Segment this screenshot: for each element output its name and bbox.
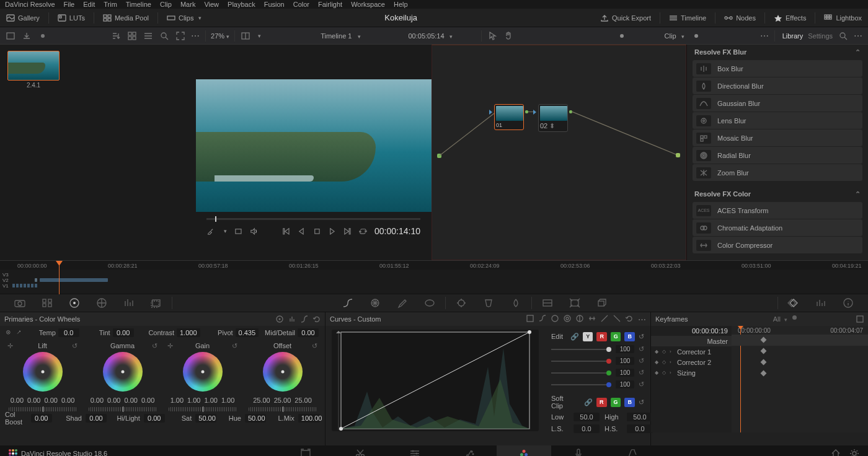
menu-fairlight[interactable]: Fairlight: [318, 1, 342, 8]
keyframes-master-row[interactable]: Master: [651, 336, 732, 346]
fx-lens-blur[interactable]: Lens Blur: [693, 112, 862, 129]
middetail-value[interactable]: 0.00: [298, 328, 319, 337]
contrast-value[interactable]: 1.000: [177, 328, 200, 337]
keyframes-dot-icon[interactable]: [792, 315, 797, 320]
keyframes-timeline[interactable]: 00:00:00:00 00:00:04:07: [732, 326, 868, 432]
step-back-icon[interactable]: [298, 227, 306, 236]
mediapool-toggle[interactable]: Media Pool: [103, 13, 149, 23]
menu-clip[interactable]: Clip: [160, 1, 172, 8]
menu-file[interactable]: File: [64, 1, 75, 8]
curves-mode-1-icon[interactable]: [526, 315, 534, 322]
options-icon[interactable]: ⋯: [191, 31, 200, 41]
stop-icon[interactable]: [313, 227, 321, 236]
keyframes-timecode[interactable]: 00:00:00:19: [651, 326, 732, 336]
lift-wheel[interactable]: [23, 352, 63, 392]
picker-black-icon[interactable]: [17, 328, 21, 337]
fusion-page-button[interactable]: [442, 445, 497, 456]
window-icon[interactable]: [416, 295, 443, 311]
intensity-b-value[interactable]: 100: [616, 380, 634, 388]
image-wipe-icon[interactable]: [240, 30, 251, 42]
still-thumbnail[interactable]: 2.4.1: [7, 51, 60, 89]
node-02[interactable]: 02 ⬍: [538, 104, 568, 132]
channel-b-button[interactable]: B: [624, 332, 635, 341]
keyframes-filter[interactable]: All ▾: [773, 315, 787, 323]
color-page-button[interactable]: [497, 445, 551, 456]
fx-directional-blur[interactable]: Directional Blur: [693, 77, 862, 94]
zoom-dropdown[interactable]: 27%▾: [211, 32, 229, 40]
node-01[interactable]: 01: [494, 104, 524, 130]
fx-radial-blur[interactable]: Radial Blur: [693, 147, 862, 164]
rgb-mixer-icon[interactable]: [115, 295, 143, 311]
intensity-b-slider[interactable]: [551, 384, 611, 385]
sort-icon[interactable]: [110, 30, 122, 42]
softclip-reset-icon[interactable]: ↺: [639, 398, 644, 406]
primaries-bars-icon[interactable]: [288, 315, 296, 323]
intensity-g-value[interactable]: 100: [616, 369, 634, 377]
curve-editor[interactable]: [332, 330, 539, 431]
fx-mosaic-blur[interactable]: Mosaic Blur: [693, 129, 862, 146]
fx-settings-tab[interactable]: Settings: [808, 32, 833, 40]
menu-view[interactable]: View: [204, 1, 219, 8]
menu-timeline[interactable]: Timeline: [126, 1, 151, 8]
camera-raw-icon[interactable]: [6, 295, 33, 311]
softclip-ls-value[interactable]: 0.0: [574, 424, 600, 433]
menu-edit[interactable]: Edit: [83, 1, 95, 8]
offset-wheel[interactable]: [263, 352, 303, 392]
primaries-wheels-icon[interactable]: [61, 295, 88, 311]
curves-options-icon[interactable]: ⋯: [638, 315, 646, 324]
first-frame-icon[interactable]: [282, 227, 290, 236]
channel-g-button[interactable]: G: [611, 332, 621, 341]
viewer-scrubber[interactable]: [206, 218, 420, 220]
fx-category-color[interactable]: Resolve FX Color⌃: [687, 186, 868, 202]
viewer-timecode[interactable]: 00:00:14:10: [374, 226, 420, 236]
tint-value[interactable]: 0.00: [113, 328, 134, 337]
color-warper-icon[interactable]: [361, 295, 389, 311]
curves-spline-icon[interactable]: [539, 315, 546, 322]
softclip-link-icon[interactable]: 🔗: [584, 398, 593, 406]
softclip-r-button[interactable]: R: [596, 398, 607, 407]
clips-toggle[interactable]: Clips▾: [167, 13, 202, 23]
menu-app[interactable]: DaVinci Resolve: [5, 1, 55, 8]
viewer-image[interactable]: [196, 79, 432, 212]
media-page-button[interactable]: [278, 445, 333, 456]
lift-picker-icon[interactable]: ✛: [7, 342, 13, 350]
fx-search-icon[interactable]: [838, 30, 849, 42]
gallery-toggle[interactable]: Gallery: [6, 13, 40, 23]
gain-y-slider[interactable]: [169, 407, 237, 411]
info-icon[interactable]: [835, 295, 862, 311]
eyedropper-icon[interactable]: [206, 227, 215, 236]
key-palette-icon[interactable]: [534, 295, 561, 311]
gain-reset-icon[interactable]: ↺: [232, 342, 237, 350]
timeline-ruler[interactable]: 00:00:00:00 00:00:28:21 00:00:57:18 00:0…: [0, 261, 868, 270]
list-view-icon[interactable]: [143, 30, 154, 42]
last-frame-icon[interactable]: [343, 227, 352, 236]
fx-chromatic-adaptation[interactable]: Chromatic Adaptation: [693, 219, 862, 236]
3d-icon[interactable]: [588, 295, 616, 311]
edit-page-button[interactable]: [388, 445, 442, 456]
sat-vs-lum-icon[interactable]: [613, 315, 621, 322]
channel-r-button[interactable]: R: [596, 332, 607, 341]
intensity-g-slider[interactable]: [551, 372, 611, 374]
thumb-view-icon[interactable]: [126, 30, 138, 42]
fairlight-page-button[interactable]: [551, 445, 606, 456]
sat-value[interactable]: 50.00: [195, 414, 216, 423]
intensity-r-value[interactable]: 100: [616, 357, 634, 365]
node-graph[interactable]: 01 02 ⬍: [432, 45, 686, 260]
softclip-low-value[interactable]: 50.0: [574, 413, 600, 421]
mini-timeline[interactable]: 00:00:00:00 00:00:28:21 00:00:57:18 00:0…: [0, 260, 868, 294]
lightbox-toggle[interactable]: Lightbox: [824, 13, 862, 23]
quick-export-button[interactable]: Quick Export: [600, 13, 651, 23]
fx-library-tab[interactable]: Library: [782, 32, 804, 40]
menu-mark[interactable]: Mark: [180, 1, 195, 8]
fx-options-icon[interactable]: ⋯: [854, 31, 863, 41]
keyframes-corrector2-row[interactable]: ◆◇›Corrector 2: [651, 357, 732, 367]
clip-dropdown[interactable]: Clip▾: [665, 32, 684, 40]
sizing-icon[interactable]: [561, 295, 588, 311]
gain-wheel[interactable]: [183, 352, 223, 392]
hilight-value[interactable]: 0.00: [144, 414, 165, 423]
gamma-y-slider[interactable]: [89, 407, 157, 411]
scopes-icon[interactable]: [807, 295, 835, 311]
hdr-wheels-icon[interactable]: [88, 295, 115, 311]
tracker-icon[interactable]: [448, 295, 475, 311]
gamma-reset-icon[interactable]: ↺: [152, 342, 157, 350]
